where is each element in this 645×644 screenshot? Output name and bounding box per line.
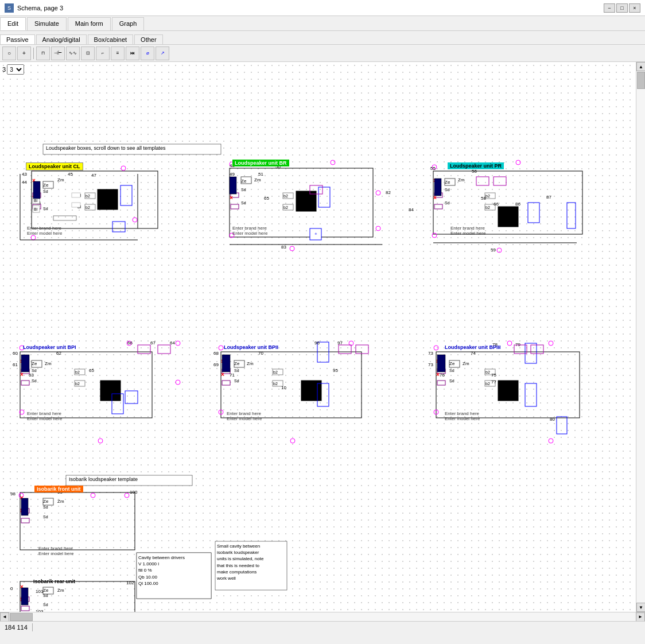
close-button[interactable]: ×	[629, 3, 640, 13]
toolbar: ○ + ⊓ ⊣⊢ ∿∿ ⊡ ⌐ ≡ ⏮ ⌀ ↗	[0, 45, 645, 62]
svg-text:b2: b2	[75, 382, 80, 386]
status-separator	[32, 623, 33, 631]
scroll-right-button[interactable]: ►	[636, 612, 645, 622]
scroll-track-h[interactable]	[9, 612, 636, 622]
svg-point-106	[133, 218, 137, 222]
svg-rect-87	[498, 381, 518, 401]
svg-text:Sd: Sd	[449, 368, 454, 373]
schema-canvas[interactable]: 3 3	[0, 62, 636, 612]
tool-box[interactable]: ⊡	[81, 46, 95, 60]
svg-text:63: 63	[29, 373, 34, 378]
svg-rect-75	[317, 342, 329, 362]
svg-rect-6	[20, 492, 135, 550]
svg-text:b2: b2	[485, 370, 490, 374]
svg-rect-52	[32, 360, 42, 367]
svg-text:Ze: Ze	[449, 361, 455, 366]
svg-rect-70	[273, 381, 283, 386]
svg-text:×: ×	[32, 195, 36, 201]
svg-text:Sd: Sd	[43, 207, 48, 211]
svg-text:Zm: Zm	[254, 177, 261, 183]
svg-point-111	[376, 191, 380, 195]
svg-rect-221	[53, 216, 76, 220]
svg-text:Sd: Sd	[43, 515, 48, 519]
info-box-cavity: Cavity between drivers V 1.0000 l fill 0…	[138, 554, 185, 587]
svg-rect-4	[221, 352, 362, 418]
minimize-button[interactable]: −	[604, 3, 615, 13]
svg-text:87: 87	[546, 195, 551, 200]
svg-rect-35	[296, 191, 316, 211]
tool-angle[interactable]: ⌐	[96, 46, 110, 60]
svg-point-133	[19, 493, 24, 498]
svg-text:Sd: Sd	[43, 189, 48, 193]
svg-rect-49	[498, 207, 518, 227]
svg-text:65: 65	[89, 368, 94, 373]
scroll-down-button[interactable]: ▼	[636, 603, 645, 612]
svg-rect-86	[437, 381, 445, 385]
svg-text:×: ×	[433, 195, 437, 201]
scroll-thumb-h[interactable]	[10, 613, 33, 621]
maximize-button[interactable]: □	[616, 3, 628, 13]
svg-text:43: 43	[22, 172, 27, 177]
svg-text:×: ×	[20, 371, 24, 378]
svg-point-131	[549, 439, 553, 443]
svg-text:73: 73	[428, 351, 433, 356]
menu-tab-edit[interactable]: Edit	[0, 17, 26, 30]
scroll-up-button[interactable]: ▲	[636, 62, 645, 71]
tool-prev[interactable]: ⏮	[126, 46, 139, 60]
svg-text:49: 49	[230, 172, 235, 177]
tool-lines[interactable]: ≡	[111, 46, 125, 60]
svg-rect-237	[476, 177, 489, 185]
svg-rect-249	[21, 588, 28, 605]
comp-tab-passive[interactable]: Passive	[0, 34, 35, 44]
svg-text:Zm: Zm	[57, 177, 64, 183]
brand-text-pr: Enter brand here Enter model here	[450, 226, 485, 236]
tool-plus[interactable]: +	[17, 46, 31, 60]
svg-rect-37	[310, 228, 321, 240]
comp-tab-other[interactable]: Other	[134, 34, 163, 44]
comp-tab-analog[interactable]: Analog/digital	[36, 34, 87, 44]
svg-text:Sd: Sd	[43, 505, 48, 509]
svg-text:+: +	[314, 231, 317, 236]
svg-text:74: 74	[471, 351, 476, 356]
tool-special1[interactable]: ⌀	[141, 46, 154, 60]
menu-tab-simulate[interactable]: Simulate	[27, 17, 67, 30]
tool-resistor[interactable]: ⊓	[36, 46, 50, 60]
menu-tab-mainform[interactable]: Main form	[68, 17, 111, 30]
svg-point-112	[376, 226, 380, 231]
svg-rect-3	[20, 352, 152, 418]
page-select[interactable]: 3	[7, 64, 24, 75]
svg-text:Sd: Sd	[445, 201, 450, 205]
tool-circle[interactable]: ○	[2, 46, 16, 60]
page-number: 3 3	[2, 64, 24, 75]
comp-tab-box[interactable]: Box/cabinet	[88, 34, 133, 44]
tool-inductor[interactable]: ∿∿	[66, 46, 80, 60]
tool-special2[interactable]: ↗	[156, 46, 169, 60]
svg-rect-244	[437, 355, 445, 372]
svg-rect-19	[85, 204, 95, 210]
svg-text:b2: b2	[86, 205, 90, 210]
scroll-thumb-v[interactable]	[637, 72, 645, 89]
svg-text:×: ×	[20, 358, 24, 364]
coordinates-display: 184 114	[5, 624, 28, 631]
svg-point-118	[20, 410, 24, 414]
svg-text:69: 69	[213, 362, 219, 367]
svg-rect-2	[433, 171, 582, 234]
svg-rect-36	[318, 187, 330, 207]
svg-point-123	[219, 346, 223, 350]
svg-rect-39	[445, 179, 455, 185]
menu-tab-graph[interactable]: Graph	[112, 17, 145, 30]
scroll-track-v[interactable]	[636, 71, 645, 603]
page-num-value: 3	[2, 66, 6, 73]
svg-point-120	[98, 439, 103, 443]
svg-rect-91	[43, 498, 53, 505]
svg-rect-17	[85, 193, 95, 199]
svg-text:Sd: Sd	[32, 379, 37, 383]
svg-point-132	[91, 493, 95, 498]
svg-rect-101	[21, 597, 29, 602]
svg-rect-29	[283, 193, 293, 199]
svg-text:Sd: Sd	[241, 188, 246, 192]
tool-capacitor[interactable]: ⊣⊢	[51, 46, 65, 60]
svg-text:51: 51	[258, 172, 263, 177]
scroll-left-button[interactable]: ◄	[0, 612, 9, 622]
svg-text:Sd: Sd	[241, 201, 246, 205]
